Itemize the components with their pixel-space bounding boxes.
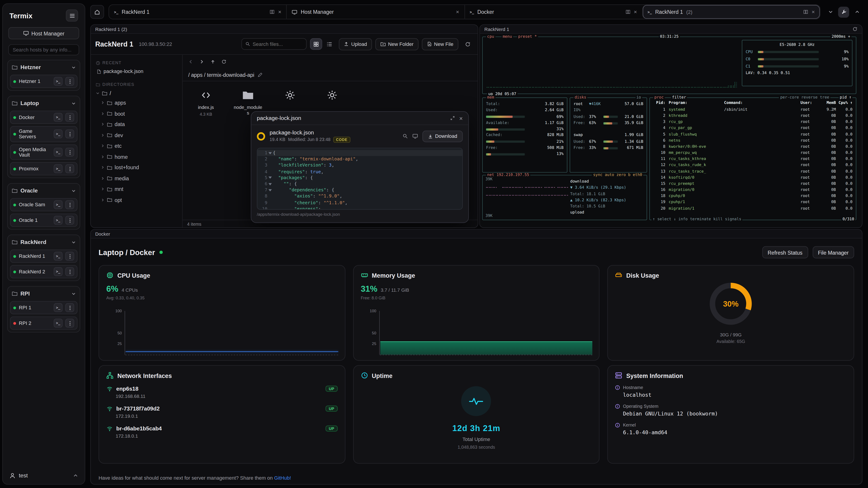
chevron-down-icon[interactable] (71, 240, 76, 245)
directory-item[interactable]: apps (101, 97, 178, 108)
split-view-icon[interactable] (270, 9, 275, 14)
file-grid-item[interactable]: index.js 4.3 KB (191, 88, 220, 117)
host-item[interactable]: Proxmox >_ (10, 162, 78, 175)
chevron-right-icon[interactable] (101, 144, 105, 148)
process-row[interactable]: 1systemd/sbin/initroot9.2M0.0 (650, 107, 856, 113)
sync-icon[interactable] (852, 27, 857, 32)
collapse-tabbar-button[interactable] (851, 6, 863, 18)
process-row[interactable]: 4rcu_par_gproot0B0.0 (650, 125, 856, 131)
hamburger-menu-button[interactable] (66, 9, 78, 22)
chevron-right-icon[interactable] (101, 166, 105, 169)
expand-icon[interactable] (450, 116, 455, 121)
chevron-right-icon[interactable] (101, 111, 105, 116)
preview-mode-button[interactable] (412, 133, 418, 139)
host-menu-button[interactable] (65, 319, 74, 328)
host-menu-button[interactable] (65, 77, 74, 86)
host-menu-button[interactable] (65, 303, 74, 312)
chevron-right-icon[interactable] (101, 133, 105, 137)
group-header[interactable]: RPI (10, 289, 78, 299)
user-menu[interactable]: test (3, 467, 85, 484)
process-row[interactable]: 19cpuhp/1root0B0.0 (650, 199, 856, 205)
connect-terminal-button[interactable]: >_ (54, 113, 63, 122)
host-item[interactable]: Oracle Sam >_ (10, 198, 78, 212)
host-manager-button[interactable]: Host Manager (8, 27, 79, 39)
close-tab-icon[interactable]: × (634, 9, 637, 14)
connect-terminal-button[interactable]: >_ (54, 164, 63, 173)
process-row[interactable]: 8kworker/0:0H-everoot0B0.0 (650, 144, 856, 150)
chevron-right-icon[interactable] (101, 176, 105, 180)
host-menu-button[interactable] (65, 200, 74, 209)
close-tab-icon[interactable]: × (278, 9, 281, 14)
host-menu-button[interactable] (65, 252, 74, 261)
process-row[interactable]: 6netnsroot0B0.0 (650, 138, 856, 144)
process-row[interactable]: 13rcu_tasks_trace_root0B0.0 (650, 168, 856, 175)
connect-terminal-button[interactable]: >_ (54, 148, 63, 157)
refresh-files-button[interactable] (462, 38, 473, 50)
connect-terminal-button[interactable]: >_ (54, 267, 63, 276)
split-view-icon[interactable] (625, 9, 630, 14)
group-header[interactable]: RackNerd (10, 238, 78, 248)
chevron-down-icon[interactable] (71, 65, 76, 70)
process-row[interactable]: 18cpuhp/0root0B0.0 (650, 193, 856, 199)
chevron-right-icon[interactable] (101, 101, 105, 105)
refresh-directory-button[interactable] (219, 57, 228, 67)
directory-item[interactable]: lost+found (101, 162, 178, 173)
directory-item[interactable]: media (101, 173, 178, 184)
chevron-down-icon[interactable] (71, 101, 76, 105)
host-item[interactable]: RPI 1 >_ (10, 301, 78, 315)
tools-button[interactable] (838, 6, 849, 18)
forward-button[interactable] (196, 57, 206, 67)
chevron-right-icon[interactable] (101, 198, 105, 202)
tab[interactable]: >_ RackNerd 1 (2) × (642, 5, 820, 19)
list-view-button[interactable] (323, 38, 336, 50)
connect-terminal-button[interactable]: >_ (54, 200, 63, 209)
new-file-button[interactable]: New File (422, 38, 458, 50)
host-item[interactable]: Game Servers >_ (10, 126, 78, 142)
host-item[interactable]: Docker >_ (10, 111, 78, 124)
directory-item[interactable]: mnt (101, 184, 178, 195)
close-tab-icon[interactable]: × (456, 9, 459, 14)
directory-item[interactable]: opt (101, 195, 178, 205)
tab[interactable]: >_ Docker × (464, 5, 642, 19)
group-header[interactable]: Hetzner (10, 63, 78, 72)
directory-item[interactable]: dev (101, 130, 178, 140)
process-row[interactable]: 20migration/1root0B0.0 (650, 205, 856, 212)
download-button[interactable]: Download (422, 130, 463, 142)
edit-path-button[interactable] (258, 72, 263, 77)
directory-root[interactable]: / (95, 89, 178, 97)
directory-item[interactable]: etc (101, 140, 178, 151)
tab[interactable]: Host Manager × (286, 5, 464, 19)
connect-terminal-button[interactable]: >_ (54, 130, 63, 138)
process-row[interactable]: 3rcu_gproot0B0.0 (650, 119, 856, 125)
terminal-screen[interactable]: cpu menu preset * 03:31:25 2000ms + ⠀⠀⠀⠀… (480, 34, 862, 227)
code-preview[interactable]: 1 { 2 "name": "termix-download-api", 3 "… (257, 148, 463, 210)
host-search-input[interactable] (8, 44, 79, 55)
host-item[interactable]: RackNerd 2 >_ (10, 265, 78, 279)
search-in-file-button[interactable] (402, 133, 408, 139)
host-item[interactable]: Hetzner 1 >_ (10, 75, 78, 88)
connect-terminal-button[interactable]: >_ (54, 77, 63, 86)
directory-item[interactable]: data (101, 119, 178, 130)
up-directory-button[interactable] (208, 57, 217, 67)
connect-terminal-button[interactable]: >_ (54, 252, 63, 261)
group-header[interactable]: Laptop (10, 98, 78, 108)
refresh-status-button[interactable]: Refresh Status (762, 246, 808, 258)
process-row[interactable]: 11rcu_tasks_kthrearoot0B0.0 (650, 156, 856, 162)
process-row[interactable]: 10mm_percpu_wqroot0B0.0 (650, 150, 856, 156)
close-icon[interactable]: × (459, 115, 463, 121)
back-button[interactable] (185, 57, 195, 67)
file-grid-item[interactable] (318, 88, 346, 102)
process-row[interactable]: 5slub_flushwqroot0B0.0 (650, 131, 856, 138)
host-menu-button[interactable] (65, 148, 74, 157)
file-search[interactable] (242, 38, 307, 50)
host-item[interactable]: RackNerd 1 >_ (10, 250, 78, 263)
file-panel-header[interactable]: RackNerd 1 (2) (91, 25, 478, 34)
tab[interactable]: >_ RackNerd 1 × (109, 5, 286, 19)
upload-button[interactable]: Upload (339, 38, 372, 50)
connect-terminal-button[interactable]: >_ (54, 319, 63, 328)
tab-list-dropdown-button[interactable] (825, 6, 836, 18)
host-item[interactable]: Open Media Vault >_ (10, 144, 78, 160)
home-button[interactable] (90, 5, 104, 19)
grid-view-button[interactable] (310, 38, 322, 50)
connect-terminal-button[interactable]: >_ (54, 303, 63, 312)
